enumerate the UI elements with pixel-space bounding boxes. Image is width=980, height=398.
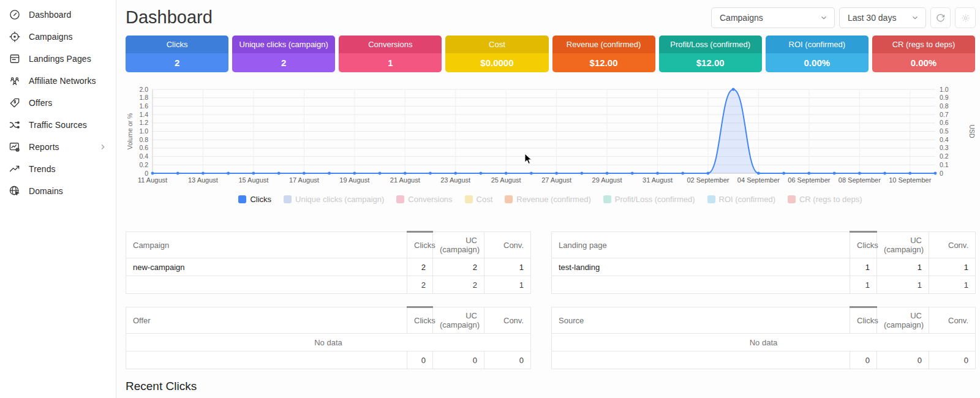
kpi-card-unique-clicks-campaign[interactable]: Unique clicks (campaign)2 xyxy=(232,36,335,72)
sidebar-item-label: Reports xyxy=(29,142,99,152)
footer-value: 1 xyxy=(484,276,531,294)
column-header[interactable]: Conv. xyxy=(484,232,531,258)
footer-value: 2 xyxy=(433,276,484,294)
legend-label: ROI (confirmed) xyxy=(719,195,775,204)
column-header[interactable]: Conv. xyxy=(929,307,976,334)
sidebar-item-label: Campaigns xyxy=(29,32,107,42)
sidebar-item-dashboard[interactable]: Dashboard xyxy=(0,4,116,26)
kpi-value: 0.00% xyxy=(766,53,869,72)
sidebar-item-traffic-sources[interactable]: Traffic Sources xyxy=(0,114,116,136)
column-header[interactable]: UC (campaign) xyxy=(877,307,929,334)
column-header-sorted[interactable]: Clicks xyxy=(850,307,877,334)
column-header-sorted[interactable]: Clicks xyxy=(407,232,433,258)
row-value: 1 xyxy=(877,258,929,276)
column-header[interactable]: Offer xyxy=(126,307,407,334)
svg-text:23 August: 23 August xyxy=(440,176,470,184)
dashboard-settings-button[interactable] xyxy=(955,7,976,28)
column-header[interactable]: Conv. xyxy=(929,232,976,258)
table-row-empty: No data xyxy=(552,334,976,351)
svg-text:10 September: 10 September xyxy=(889,176,931,184)
table-footer-row: 000 xyxy=(126,351,531,369)
chevron-down-icon xyxy=(911,13,919,22)
kpi-card-cr-regs-to-deps[interactable]: CR (regs to deps)0.00% xyxy=(872,36,975,72)
recent-clicks-title: Recent Clicks xyxy=(126,380,197,393)
kpi-label: Unique clicks (campaign) xyxy=(232,36,335,53)
sidebar-item-reports[interactable]: Reports xyxy=(0,136,116,158)
affiliate-networks-icon xyxy=(9,75,21,87)
svg-text:1.8: 1.8 xyxy=(139,94,148,101)
row-value: 2 xyxy=(407,258,433,276)
column-header[interactable]: Conv. xyxy=(484,307,531,334)
source-stats-table: SourceClicksUC (campaign)Conv.No data000 xyxy=(551,306,976,369)
sidebar-item-offers[interactable]: Offers xyxy=(0,92,116,114)
legend-label: Profit/Loss (confirmed) xyxy=(615,195,695,204)
legend-swatch xyxy=(788,195,796,203)
legend-item-revenue-confirmed[interactable]: Revenue (confirmed) xyxy=(505,195,590,204)
footer-value: 0 xyxy=(850,351,877,369)
kpi-card-conversions[interactable]: Conversions1 xyxy=(339,36,442,72)
column-header[interactable]: UC (campaign) xyxy=(433,307,484,334)
legend-item-roi-confirmed[interactable]: ROI (confirmed) xyxy=(707,195,775,204)
svg-text:Volume or %: Volume or % xyxy=(126,113,134,150)
svg-text:1.6: 1.6 xyxy=(139,102,148,110)
footer-value: 0 xyxy=(484,351,531,369)
kpi-label: Revenue (confirmed) xyxy=(552,36,655,53)
sidebar-item-campaigns[interactable]: Campaigns xyxy=(0,26,116,48)
kpi-card-clicks[interactable]: Clicks2 xyxy=(126,36,228,72)
sidebar-item-affiliate-networks[interactable]: Affiliate Networks xyxy=(0,70,116,92)
table-row[interactable]: test-landing111 xyxy=(552,258,976,276)
campaign-filter-select[interactable]: Campaigns xyxy=(711,7,835,28)
kpi-value: 1 xyxy=(339,53,442,72)
chevron-right-icon xyxy=(99,143,107,151)
sidebar-item-label: Traffic Sources xyxy=(29,120,107,130)
column-header-sorted[interactable]: Clicks xyxy=(407,307,433,334)
svg-text:29 August: 29 August xyxy=(592,176,622,184)
sidebar: DashboardCampaignsLandings PagesAffiliat… xyxy=(0,0,116,398)
row-name[interactable]: new-campaign xyxy=(126,258,407,276)
legend-label: Cost xyxy=(477,195,493,204)
svg-text:0.2: 0.2 xyxy=(139,161,148,168)
sidebar-item-landings-pages[interactable]: Landings Pages xyxy=(0,48,116,70)
kpi-card-profit-loss-confirmed[interactable]: Profit/Loss (confirmed)$12.00 xyxy=(659,36,762,72)
kpi-label: CR (regs to deps) xyxy=(872,36,975,53)
date-range-select[interactable]: Last 30 days xyxy=(839,7,926,28)
svg-text:11 August: 11 August xyxy=(138,176,167,184)
legend-item-unique-clicks-campaign[interactable]: Unique clicks (campaign) xyxy=(284,195,384,204)
dashboard-icon xyxy=(9,9,21,21)
kpi-card-roi-confirmed[interactable]: ROI (confirmed)0.00% xyxy=(766,36,869,72)
kpi-row: Clicks2Unique clicks (campaign)2Conversi… xyxy=(126,36,975,72)
legend-swatch xyxy=(396,195,404,203)
legend-item-conversions[interactable]: Conversions xyxy=(396,195,452,204)
sidebar-item-label: Offers xyxy=(29,98,107,108)
sidebar-item-trends[interactable]: Trends xyxy=(0,158,116,180)
column-header-sorted[interactable]: Clicks xyxy=(850,232,877,258)
kpi-value: $0.0000 xyxy=(445,53,548,72)
footer-value: 0 xyxy=(433,351,484,369)
legend-item-clicks[interactable]: Clicks xyxy=(238,195,271,204)
svg-text:02 September: 02 September xyxy=(687,176,729,184)
refresh-button[interactable] xyxy=(930,7,951,28)
campaigns-icon xyxy=(9,31,21,43)
legend-item-cost[interactable]: Cost xyxy=(465,195,493,204)
legend-item-cr-regs-to-deps[interactable]: CR (regs to deps) xyxy=(788,195,862,204)
kpi-card-cost[interactable]: Cost$0.0000 xyxy=(445,36,548,72)
kpi-value: 2 xyxy=(126,53,228,72)
svg-text:1.0: 1.0 xyxy=(139,127,148,135)
date-range-value: Last 30 days xyxy=(848,13,896,23)
row-name[interactable]: test-landing xyxy=(552,258,850,276)
sidebar-item-domains[interactable]: Domains xyxy=(0,180,116,202)
svg-text:0.6: 0.6 xyxy=(139,144,148,151)
row-value: 2 xyxy=(433,258,484,276)
column-header[interactable]: UC (campaign) xyxy=(433,232,484,258)
column-header[interactable]: UC (campaign) xyxy=(877,232,929,258)
column-header[interactable]: Campaign xyxy=(126,232,407,258)
legend-swatch xyxy=(707,195,715,203)
svg-text:25 August: 25 August xyxy=(491,176,521,184)
footer-value: 0 xyxy=(929,351,976,369)
column-header[interactable]: Source xyxy=(552,307,850,334)
domains-icon xyxy=(9,185,21,197)
table-row[interactable]: new-campaign221 xyxy=(126,258,531,276)
legend-item-profit-loss-confirmed[interactable]: Profit/Loss (confirmed) xyxy=(603,195,695,204)
kpi-card-revenue-confirmed[interactable]: Revenue (confirmed)$12.00 xyxy=(552,36,655,72)
column-header[interactable]: Landing page xyxy=(552,232,850,258)
